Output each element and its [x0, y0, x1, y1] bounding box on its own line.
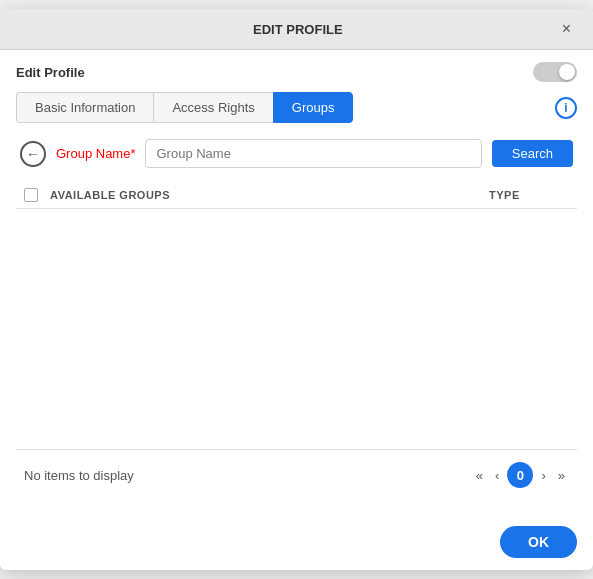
tab-access-rights[interactable]: Access Rights — [153, 92, 272, 123]
next-page-button[interactable]: › — [537, 467, 549, 484]
modal-body: Edit Profile Basic Information Access Ri… — [0, 50, 593, 516]
ok-button[interactable]: OK — [500, 526, 577, 558]
table-body — [16, 209, 577, 449]
modal-header: EDIT PROFILE × — [0, 9, 593, 50]
tab-bar: Basic Information Access Rights Groups i — [16, 92, 577, 123]
col-available-header: AVAILABLE GROUPS — [50, 189, 477, 201]
group-name-label: Group Name* — [56, 146, 135, 161]
search-row: ← Group Name* Search — [16, 139, 577, 168]
close-button[interactable]: × — [556, 19, 577, 39]
profile-toggle[interactable] — [533, 62, 577, 82]
modal-footer: OK — [0, 516, 593, 570]
back-button[interactable]: ← — [20, 141, 46, 167]
prev-page-button[interactable]: ‹ — [491, 467, 503, 484]
no-items-text: No items to display — [24, 468, 134, 483]
tab-basic-information[interactable]: Basic Information — [16, 92, 153, 123]
required-marker: * — [130, 146, 135, 161]
edit-profile-modal: EDIT PROFILE × Edit Profile Basic Inform… — [0, 9, 593, 570]
select-all-checkbox[interactable] — [24, 188, 38, 202]
modal-title: EDIT PROFILE — [40, 22, 556, 37]
tab-groups[interactable]: Groups — [273, 92, 354, 123]
search-button[interactable]: Search — [492, 140, 573, 167]
table-header: AVAILABLE GROUPS TYPE — [16, 182, 577, 209]
edit-profile-header: Edit Profile — [16, 62, 577, 82]
info-icon-wrap: i — [555, 97, 577, 119]
pagination-controls: « ‹ 0 › » — [472, 462, 569, 488]
col-type-header: TYPE — [489, 189, 569, 201]
edit-profile-label-text: Edit Profile — [16, 65, 85, 80]
back-arrow-icon: ← — [26, 146, 40, 162]
first-page-button[interactable]: « — [472, 467, 487, 484]
pagination-row: No items to display « ‹ 0 › » — [16, 449, 577, 500]
last-page-button[interactable]: » — [554, 467, 569, 484]
current-page: 0 — [507, 462, 533, 488]
group-name-input[interactable] — [145, 139, 481, 168]
info-icon[interactable]: i — [555, 97, 577, 119]
